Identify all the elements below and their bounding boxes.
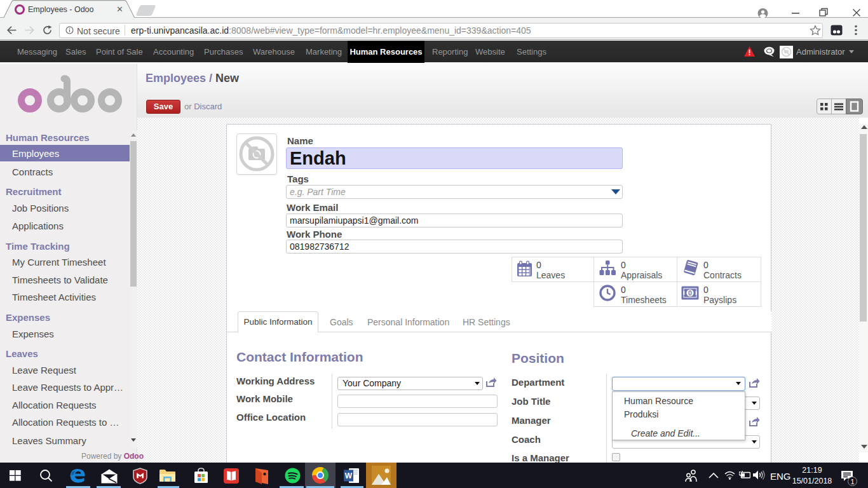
svg-text:0: 0	[688, 289, 692, 297]
svg-text:W: W	[345, 471, 353, 480]
